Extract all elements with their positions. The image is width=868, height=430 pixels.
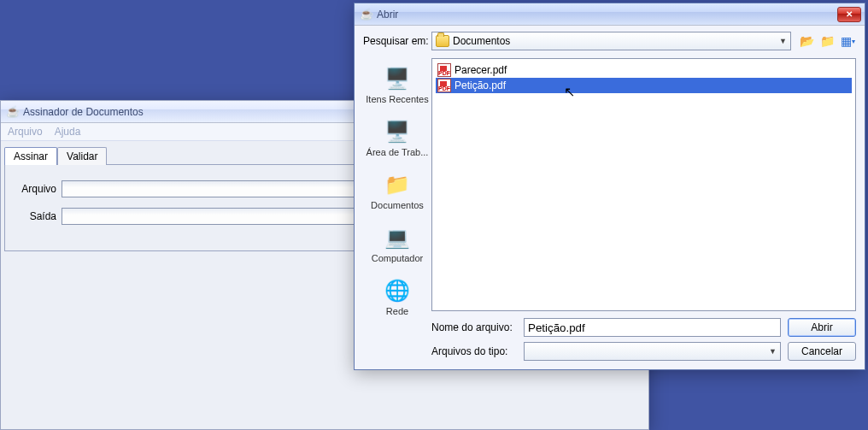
dialog-titlebar[interactable]: ☕ Abrir ✕ <box>355 3 865 26</box>
label-saida: Saída <box>12 210 56 222</box>
up-folder-icon[interactable]: 📂 <box>798 32 815 50</box>
place-computer[interactable]: 💻 Computador <box>372 224 424 263</box>
tab-assinar[interactable]: Assinar <box>4 147 57 165</box>
menu-arquivo[interactable]: Arquivo <box>8 126 43 138</box>
open-dialog: ☕ Abrir ✕ Pesquisar em: Documentos ▼ 📂 📁… <box>354 3 865 370</box>
pdf-icon: PDF <box>437 79 451 92</box>
new-folder-icon[interactable]: 📁 <box>818 32 836 50</box>
label-pesquisar-em: Pesquisar em: <box>363 35 431 47</box>
location-text: Documentos <box>453 35 510 47</box>
place-recent[interactable]: 🖥️ Itens Recentes <box>366 65 428 104</box>
place-documents[interactable]: 📁 Documentos <box>371 171 424 210</box>
filetype-combo[interactable]: ▼ <box>524 342 781 361</box>
menu-ajuda[interactable]: Ajuda <box>55 126 81 138</box>
desktop-icon: 🖥️ <box>384 118 411 145</box>
pdf-icon: PDF <box>437 63 451 77</box>
places-bar: 🖥️ Itens Recentes 🖥️ Área de Trab... 📁 D… <box>363 58 431 311</box>
recent-icon: 🖥️ <box>384 65 411 92</box>
place-network[interactable]: 🌐 Rede <box>384 277 411 316</box>
documents-icon: 📁 <box>384 171 411 198</box>
network-icon: 🌐 <box>384 277 411 304</box>
file-list[interactable]: PDF Parecer.pdf PDF Petição.pdf <box>431 58 856 311</box>
place-label: Itens Recentes <box>366 94 428 104</box>
folder-icon <box>436 35 449 47</box>
label-filename: Nome do arquivo: <box>431 321 517 333</box>
filename-input[interactable] <box>524 318 781 337</box>
close-icon: ✕ <box>846 9 853 19</box>
computer-icon: 💻 <box>384 224 411 251</box>
place-label: Área de Trab... <box>367 147 429 157</box>
open-button[interactable]: Abrir <box>788 318 856 337</box>
location-combo[interactable]: Documentos ▼ <box>431 32 791 50</box>
place-desktop[interactable]: 🖥️ Área de Trab... <box>367 118 429 157</box>
place-label: Rede <box>386 306 408 316</box>
file-name: Parecer.pdf <box>455 64 507 76</box>
file-name: Petição.pdf <box>455 80 506 91</box>
view-menu-icon[interactable]: ▦▾ <box>839 32 856 50</box>
close-button[interactable]: ✕ <box>837 7 861 22</box>
java-icon: ☕ <box>6 105 20 119</box>
label-arquivo: Arquivo <box>12 183 56 195</box>
place-label: Computador <box>372 253 424 263</box>
chevron-down-icon: ▼ <box>779 37 787 45</box>
file-item[interactable]: PDF Parecer.pdf <box>436 62 852 78</box>
toolbar-icons: 📂 📁 ▦▾ <box>798 32 856 50</box>
place-label: Documentos <box>371 200 424 210</box>
file-item[interactable]: PDF Petição.pdf <box>436 78 852 93</box>
java-icon: ☕ <box>360 8 373 21</box>
chevron-down-icon: ▼ <box>769 347 777 356</box>
cancel-button[interactable]: Cancelar <box>788 342 856 361</box>
dialog-title: Abrir <box>377 9 837 21</box>
label-filetype: Arquivos do tipo: <box>431 345 517 357</box>
tab-validar[interactable]: Validar <box>57 147 107 165</box>
